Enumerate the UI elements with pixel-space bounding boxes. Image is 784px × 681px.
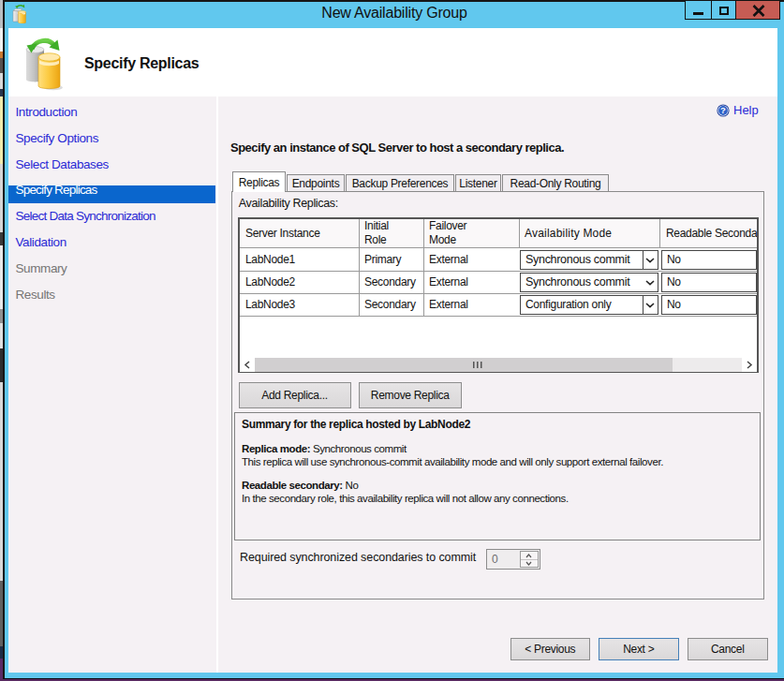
svg-text:?: ? [720,105,726,115]
